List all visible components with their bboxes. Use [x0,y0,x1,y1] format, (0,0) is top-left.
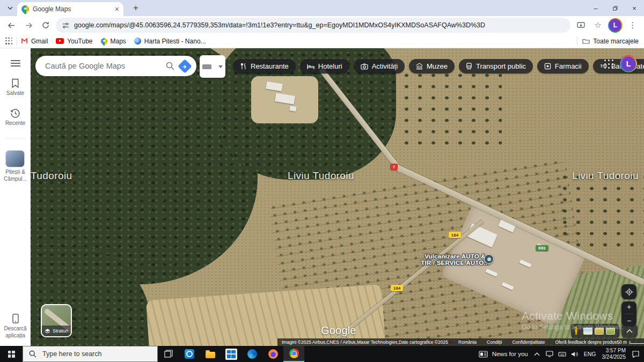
zoom-out-button[interactable]: − [627,317,631,324]
language-indicator[interactable]: ENG [584,351,596,357]
browser-profile-avatar[interactable]: L [608,18,623,33]
bookmark-maps[interactable]: Maps [101,38,126,45]
taskbar-file-explorer[interactable] [200,346,221,362]
window-close-button[interactable]: × [625,0,644,16]
tab-search-button[interactable] [3,1,17,15]
chip-activities[interactable]: Activități [354,59,405,73]
maps-sidebar: Salvate Recente Pitești & Câmpul... Desc… [0,48,31,346]
edge-icon [247,349,257,359]
search-icon [29,350,36,358]
new-tab-button[interactable]: + [129,1,143,15]
task-view-button[interactable] [158,346,179,362]
taskbar-store[interactable] [221,346,241,362]
restaurants-icon [240,63,247,70]
clock[interactable]: 3:57 PM 3/24/2025 [602,348,626,361]
youtube-icon [56,38,64,44]
bookmark-harta-pitesti[interactable]: Harta Pitesti - Nano... [134,38,206,45]
apps-shortcut-icon[interactable] [5,38,13,45]
extension-overlay-button[interactable] [200,55,225,78]
activate-windows-watermark-sub: Go to Settings to activate Windows. [522,323,623,331]
layers-button[interactable]: Straturi [41,304,72,337]
tab-close-button[interactable]: × [115,5,119,13]
taskbar-edge[interactable] [241,346,262,362]
window-minimize-button[interactable]: – [586,0,605,16]
all-bookmarks-button[interactable]: Toate marcajele [582,38,639,45]
browser-toolbar: google.com/maps/@45.0063596,24.5779359,3… [0,16,644,34]
link-romania[interactable]: România [458,339,477,345]
news-icon [479,351,488,358]
tray-expand-chevron-icon[interactable] [534,352,540,356]
zoom-in-button[interactable]: + [627,303,631,311]
maps-search-input[interactable] [44,61,160,71]
menu-button[interactable] [11,60,20,67]
maps-search-box[interactable] [35,56,196,76]
search-icon[interactable] [166,62,174,70]
install-icon [577,22,585,29]
start-button[interactable] [0,346,23,362]
google-logo: Google [321,324,356,337]
chip-label: Transport public [476,62,526,70]
reload-icon [42,21,49,29]
window-restore-button[interactable] [605,0,625,16]
tree-grove [400,70,502,150]
bookmark-page-button[interactable]: ☆ [591,18,605,32]
phone-icon [12,313,19,324]
taskbar-search-box[interactable] [23,346,158,362]
collapse-controls-button[interactable] [621,324,638,338]
action-center-icon[interactable] [632,351,640,358]
my-location-button[interactable] [621,284,636,299]
sidebar-item-place[interactable]: Pitești & Câmpul... [4,150,27,182]
display-icon[interactable] [546,351,553,357]
browser-menu-button[interactable]: ⋮ [626,18,640,32]
transit-bus-icon [466,63,472,70]
sidebar-item-saved[interactable]: Salvate [6,78,24,97]
chip-museums[interactable]: Muzee [409,59,455,73]
browser-tab[interactable]: Google Maps × [17,2,123,16]
taskbar-tray: News for you ENG 3:57 PM 3/24/2025 [479,346,644,362]
outlook-icon [185,349,194,359]
google-apps-grid-button[interactable] [604,60,614,69]
chip-hotels[interactable]: Hoteluri [300,59,349,73]
chevron-down-icon[interactable] [218,65,223,68]
install-app-button[interactable] [574,18,588,32]
link-terms[interactable]: Condiții [487,339,502,345]
keyboard-icon[interactable] [558,352,566,357]
divider [577,37,577,46]
taskbar-chrome-active[interactable] [283,346,304,362]
taskbar-search-input[interactable] [41,350,129,358]
sidebar-item-recent[interactable]: Recente [5,108,25,127]
back-button[interactable] [4,18,18,32]
activate-windows-watermark: Activate Windows [522,309,613,322]
locality-label: Liviu Tudoroiu [572,170,639,182]
forward-button[interactable] [21,18,35,32]
road-shield-184: 184 [391,285,403,291]
maps-account-avatar[interactable]: L [620,55,637,72]
taskbar-outlook[interactable] [179,346,200,362]
link-feedback[interactable]: Oferă feedback despre produs [555,339,617,345]
screen: Google Maps × + – × google.com/maps/@45.… [0,0,644,362]
url-bar[interactable]: google.com/maps/@45.0063596,24.5779359,3… [56,18,570,33]
tab-title: Google Maps [33,5,111,13]
directions-button[interactable] [178,59,192,73]
bookmarks-bar: Gmail YouTube Maps Harta Pitesti - Nano.… [0,34,644,48]
map-canvas[interactable]: Tudoroiu Liviu Tudoroiu Liviu Tudoroiu 7… [0,48,644,346]
bookmark-gmail[interactable]: Gmail [21,38,48,45]
forward-arrow-icon [25,22,33,29]
poi-marker-icon[interactable] [484,254,494,264]
layers-icon [45,328,50,334]
scale-label: 50 m [617,339,627,345]
bookmark-icon [11,78,20,88]
locality-label: Liviu Tudoroiu [288,170,354,182]
chip-restaurants[interactable]: Restaurante [233,59,296,73]
chip-pharmacies[interactable]: Farmacii [537,59,589,73]
chip-transit[interactable]: Transport public [459,59,533,73]
sidebar-item-download-app[interactable]: Descarcă aplicația [4,313,26,338]
taskbar-firefox[interactable] [262,346,283,362]
bookmark-youtube[interactable]: YouTube [56,38,92,45]
news-widget[interactable]: News for you [479,351,528,358]
speaker-icon[interactable] [571,351,578,357]
tree-grove [558,172,644,252]
link-privacy[interactable]: Confidențialitate [512,339,545,345]
reload-button[interactable] [39,18,53,32]
hotel-bed-icon [307,63,314,70]
